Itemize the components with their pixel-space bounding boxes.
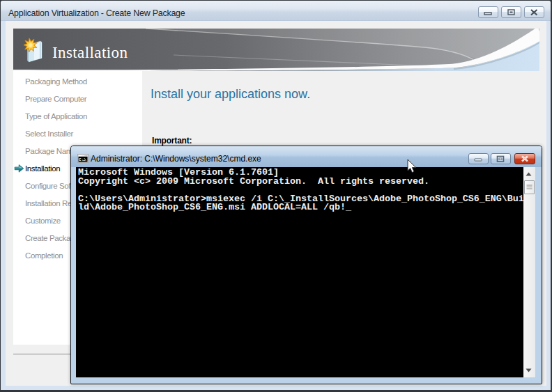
svg-text:C:\: C:\ xyxy=(79,157,86,162)
